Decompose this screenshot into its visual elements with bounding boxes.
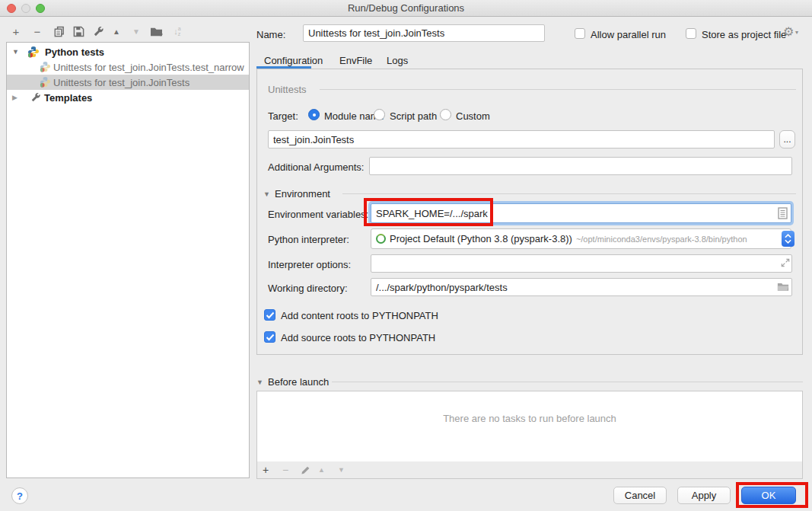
move-task-up-icon[interactable]: ▲ [318,466,325,474]
unittests-group-title: Unittests [268,84,307,95]
add-content-roots-label: Add content roots to PYTHONPATH [281,310,438,321]
sort-configurations-icon[interactable]: ↓az [170,24,184,38]
before-launch-section-title: Before launch [268,376,329,388]
radio-module-name[interactable] [308,109,320,120]
additional-arguments-label: Additional Arguments: [268,161,364,173]
add-task-icon[interactable]: + [263,464,269,476]
allow-parallel-run-label: Allow parallel run [591,29,666,40]
env-vars-browse-icon[interactable] [778,207,788,219]
working-directory-label: Working directory: [268,283,348,294]
gear-dropdown-arrow-icon: ▾ [795,29,798,36]
python-interpreter-select[interactable]: Project Default (Python 3.8 (pyspark-3.8… [371,228,791,249]
expand-field-icon[interactable] [781,258,790,267]
environment-collapse-caret-icon[interactable]: ▼ [263,190,270,198]
move-up-icon[interactable]: ▲ [110,24,123,38]
module-name-input[interactable] [268,130,775,149]
tree-item-templates[interactable]: ▶ Templates [7,90,250,105]
add-source-roots-checkbox[interactable] [264,331,275,343]
unittest-config-icon [40,76,52,88]
configurations-tree: ▼ Python tests Unittests for test_join.J… [6,42,250,478]
templates-wrench-icon [30,92,43,104]
tree-item-label: Python tests [45,46,104,58]
browse-module-button[interactable]: ... [779,130,795,149]
unittest-config-icon [40,61,52,73]
name-label: Name: [256,29,285,40]
tab-envfile[interactable]: EnvFile [339,55,372,66]
store-as-project-file-label: Store as project file [702,29,786,40]
collapse-caret-icon[interactable]: ▼ [12,48,19,56]
allow-parallel-run-checkbox[interactable] [575,28,585,39]
radio-custom-label: Custom [456,110,490,122]
edit-templates-wrench-icon[interactable] [91,24,105,38]
divider [342,193,796,194]
gear-icon[interactable]: ⚙ [783,24,794,39]
python-interpreter-value: Project Default (Python 3.8 (pyspark-3.8… [390,233,572,244]
environment-variables-label: Environment variables: [268,209,368,220]
remove-task-icon[interactable]: − [282,464,288,476]
window-title: Run/Debug Configurations [0,2,812,14]
before-launch-collapse-caret-icon[interactable]: ▼ [256,378,263,386]
save-configuration-icon[interactable] [72,24,85,38]
radio-custom[interactable] [440,109,451,120]
python-interpreter-label: Python interpreter: [268,234,349,245]
move-task-down-icon[interactable]: ▼ [338,466,345,474]
store-as-project-file-checkbox[interactable] [686,28,696,39]
remove-configuration-icon[interactable]: − [30,24,44,38]
help-button[interactable]: ? [11,487,28,504]
tab-configuration[interactable]: Configuration [264,55,323,66]
title-bar: Run/Debug Configurations [0,0,812,17]
ok-button[interactable]: OK [741,487,796,504]
tree-item-label: Unittests for test_join.JoinTests [53,77,189,88]
target-label: Target: [268,110,298,122]
add-configuration-icon[interactable]: + [9,24,23,38]
cancel-button[interactable]: Cancel [613,487,667,504]
new-folder-icon[interactable] [149,24,163,38]
expand-caret-icon[interactable]: ▶ [12,94,18,101]
apply-button[interactable]: Apply [677,487,731,504]
add-content-roots-checkbox[interactable] [264,309,275,321]
before-launch-empty-text: There are no tasks to run before launch [256,413,803,424]
before-launch-task-list [256,391,803,462]
folder-icon[interactable] [777,282,789,292]
additional-arguments-input[interactable] [369,157,792,175]
conda-environment-icon [376,234,386,244]
edit-task-pencil-icon[interactable] [301,465,310,475]
divider [320,89,796,90]
interpreter-dropdown-stepper[interactable] [782,231,794,247]
environment-variables-input[interactable] [371,203,791,223]
tab-logs[interactable]: Logs [387,55,408,66]
working-directory-input[interactable] [371,278,792,296]
python-tests-icon [27,46,40,58]
tree-item-python-tests[interactable]: ▼ Python tests [7,44,250,59]
python-interpreter-path: ~/opt/miniconda3/envs/pyspark-3.8/bin/py… [576,235,747,244]
move-down-icon[interactable]: ▼ [129,24,143,38]
before-launch-toolbar: + − ▲ ▼ [256,461,803,479]
tree-item-test-narrow[interactable]: Unittests for test_join.JoinTests.test_n… [7,59,250,75]
tree-item-jointests-selected[interactable]: Unittests for test_join.JoinTests [7,75,250,90]
copy-configuration-icon[interactable] [52,24,65,38]
radio-script-path[interactable] [374,109,385,120]
divider [332,382,803,382]
interpreter-options-input[interactable] [371,254,792,273]
radio-script-path-label: Script path [390,110,437,122]
name-input[interactable] [303,24,545,42]
add-source-roots-label: Add source roots to PYTHONPATH [281,332,435,343]
tree-item-label: Templates [44,92,92,104]
tree-item-label: Unittests for test_join.JoinTests.test_n… [53,62,244,73]
interpreter-options-label: Interpreter options: [268,259,351,270]
run-debug-configurations-dialog: Run/Debug Configurations + − ▲ ▼ ↓az ▼ P… [0,0,812,511]
environment-section-title: Environment [275,188,330,200]
